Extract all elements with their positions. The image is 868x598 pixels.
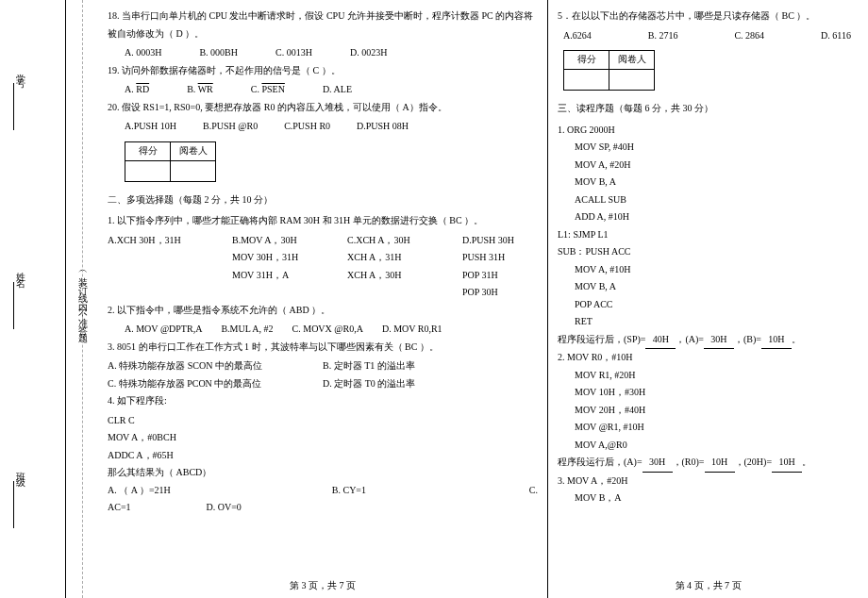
m1-d3: POP 31H — [462, 267, 538, 285]
m1-col-c: C.XCH A，30H XCH A，31H XCH A，30H — [347, 232, 442, 302]
psen-signal: PSEN — [261, 84, 284, 94]
p2: 2. MOV R0，#10H — [558, 349, 859, 367]
m1-col-a: A.XCH 30H，31H — [108, 232, 211, 302]
p1-sub1: MOV A, #10H — [575, 261, 859, 279]
ans2-v2: 10H — [705, 454, 735, 473]
score-cell-2 — [171, 160, 216, 181]
id-line — [13, 83, 14, 130]
ans1-pre: 程序段运行后，(SP)= — [558, 334, 645, 344]
m3-d: D. 定时器 T0 的溢出率 — [323, 375, 538, 393]
score-hdr-r1: 得分 — [564, 51, 609, 70]
ans2-m2: ，(20H)= — [735, 457, 773, 467]
m3-row1: A. 特殊功能存放器 SCON 中的最高位 B. 定时器 T1 的溢出率 — [108, 357, 538, 375]
q20-opt-c: C.PUSH R0 — [284, 118, 330, 136]
q20-opt-b: B.PUSH @R0 — [203, 118, 258, 136]
label-class-text: 班级 — [13, 464, 26, 475]
m4-a: A. （ A ）=21H — [108, 482, 332, 500]
p2-l1: MOV R1, #20H — [575, 367, 859, 385]
ans2-v1: 30H — [643, 454, 673, 473]
q18-opt-b: B. 000BH — [199, 44, 238, 62]
section-2-title: 二、多项选择题（每题 2 分，共 10 分） — [108, 191, 538, 209]
q20-opt-d: D.PUSH 08H — [357, 118, 409, 136]
ans1-v2: 30H — [704, 331, 734, 350]
q5-opt-b: B. 2716 — [648, 27, 678, 45]
m1-d1: D.PUSH 30H — [462, 232, 538, 250]
m3-b: B. 定时器 T1 的溢出率 — [323, 357, 538, 375]
q20-opt-a: A.PUSH 10H — [125, 118, 176, 136]
ans2: 程序段运行后，(A)=30H，(R0)=10H，(20H)=10H。 — [558, 454, 859, 473]
ans1-v3: 10H — [761, 331, 792, 350]
q18-opt-d: D. 0023H — [350, 44, 387, 62]
p1-sub: SUB：PUSH ACC — [558, 243, 859, 261]
q5-opt-a: A.6264 — [563, 27, 592, 45]
p3-l1: MOV B，A — [575, 490, 859, 507]
section-3-title: 三、读程序题（每题 6 分，共 30 分） — [558, 100, 859, 118]
m3-row2: C. 特殊功能存放器 PCON 中的最高位 D. 定时器 T0 的溢出率 — [108, 375, 538, 393]
score-hdr-r2: 阅卷人 — [609, 51, 655, 70]
m4-c2: AC=1 — [108, 499, 131, 517]
m4-c: C. — [519, 482, 538, 500]
left-margin: 学号 姓名 班级 — [0, 0, 66, 598]
label-name-text: 姓名 — [13, 265, 26, 276]
class-line — [13, 481, 14, 528]
q18-options: A. 0003H B. 000BH C. 0013H D. 0023H — [125, 44, 538, 62]
footer-left: 第 3 页，共 7 页 — [98, 577, 547, 595]
q19-options: A. RD B. WR C. PSEN D. ALE — [125, 81, 538, 99]
m1-col-b: B.MOV A，30H MOV 30H，31H MOV 31H，A — [232, 232, 326, 302]
q19-opt-c: C. PSEN — [251, 81, 285, 99]
p1-l2: MOV A, #20H — [575, 157, 859, 174]
wr-signal: WR — [198, 84, 213, 94]
name-line — [13, 282, 14, 329]
column-left: 18. 当串行口向单片机的 CPU 发出中断请求时，假设 CPU 允许并接受中断… — [98, 0, 548, 598]
m1-d4: POP 30H — [462, 284, 538, 302]
binding-note: （装 订 线 内 不 准 答 题） — [75, 267, 89, 332]
p1-l5: ADD A, #10H — [575, 208, 859, 226]
p1: 1. ORG 2000H — [558, 122, 859, 140]
q20: 20. 假设 RS1=1, RS0=0, 要想把存放器 R0 的内容压入堆栈，可… — [108, 99, 538, 117]
score-cell-r2 — [609, 70, 655, 91]
q19: 19. 访问外部数据存储器时，不起作用的信号是（ C ）。 — [108, 62, 538, 80]
m2: 2. 以下指令中，哪些是指令系统不允许的（ ABD ）。 — [108, 302, 538, 320]
m1-col-d: D.PUSH 30H PUSH 31H POP 31H POP 30H — [462, 232, 538, 302]
m1-b3: MOV 31H，A — [232, 267, 326, 285]
label-class: 班级 — [13, 464, 26, 532]
p1-sub3: POP ACC — [575, 296, 859, 314]
p2-l4: MOV @R1, #10H — [575, 419, 859, 437]
m4-l1: CLR C — [108, 412, 538, 430]
label-id: 学号 — [13, 66, 26, 134]
score-hdr-1: 得分 — [125, 141, 171, 160]
p2-l5: MOV A,@R0 — [575, 437, 859, 455]
q5-opt-c: C. 2864 — [734, 27, 764, 45]
label-name: 姓名 — [13, 265, 26, 333]
p1-l3: MOV B, A — [575, 174, 859, 191]
q18-opt-a: A. 0003H — [125, 44, 161, 62]
m4-ans-row2: AC=1 D. OV=0 — [108, 499, 538, 517]
q18-opt-c: C. 0013H — [275, 44, 312, 62]
m2-opt-d: D. MOV R0,R1 — [382, 321, 442, 339]
m3-a: A. 特殊功能存放器 SCON 中的最高位 — [108, 357, 323, 375]
content-wrap: 18. 当串行口向单片机的 CPU 发出中断请求时，假设 CPU 允许并接受中断… — [98, 0, 868, 598]
ans1-m: ，(A)= — [676, 334, 704, 344]
binding-column: （装 订 线 内 不 准 答 题） — [66, 0, 98, 598]
vertical-label-group: 学号 姓名 班级 — [13, 0, 26, 598]
q19-opt-a: A. RD — [125, 81, 149, 99]
score-box-left: 得分阅卷人 — [125, 141, 216, 182]
m4-ans-row: A. （ A ）=21H B. CY=1 C. — [108, 482, 538, 500]
m1-a: A.XCH 30H，31H — [108, 232, 211, 250]
page-root: 学号 姓名 班级 （装 订 线 内 不 准 答 题） 18. 当串行口向单片机的… — [0, 0, 868, 598]
q5-options: A.6264 B. 2716 C. 2864 D. 6116 — [563, 27, 859, 45]
m1-c2: XCH A，31H — [347, 249, 442, 267]
score-cell-1 — [125, 160, 171, 181]
ans2-e: 。 — [802, 457, 811, 467]
m1-d2: PUSH 31H — [462, 249, 538, 267]
p2-l2: MOV 10H，#30H — [575, 384, 859, 402]
q5-opt-d: D. 6116 — [821, 27, 851, 45]
m1-b1: B.MOV A，30H — [232, 232, 326, 250]
m1-options: A.XCH 30H，31H B.MOV A，30H MOV 30H，31H MO… — [108, 232, 538, 302]
p1-l1: MOV SP, #40H — [575, 139, 859, 157]
p1-l4: ACALL SUB — [575, 191, 859, 209]
m4-q: 那么其结果为（ ABCD） — [108, 464, 538, 482]
m1-c1: C.XCH A，30H — [347, 232, 442, 250]
m4: 4. 如下程序段: — [108, 392, 538, 410]
m2-opt-b: B.MUL A, #2 — [221, 321, 273, 339]
